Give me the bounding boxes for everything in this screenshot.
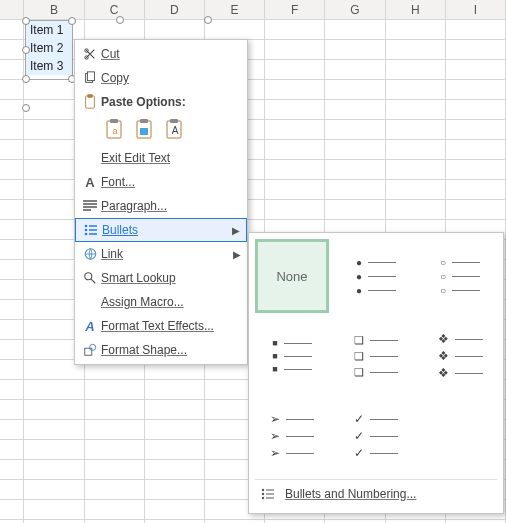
- cell[interactable]: [0, 340, 24, 360]
- cell[interactable]: [386, 160, 446, 180]
- resize-handle[interactable]: [116, 16, 124, 24]
- bullet-option-arrow[interactable]: ➢ ➢ ➢: [255, 399, 329, 473]
- resize-handle[interactable]: [22, 17, 30, 25]
- col-header[interactable]: B: [24, 0, 84, 20]
- paste-option-text-only[interactable]: A: [163, 116, 187, 142]
- menu-font[interactable]: A Font...: [75, 170, 247, 194]
- cell[interactable]: [85, 480, 145, 500]
- cell[interactable]: [145, 500, 205, 520]
- cell[interactable]: [0, 160, 24, 180]
- cell[interactable]: [265, 160, 325, 180]
- cell[interactable]: [24, 480, 84, 500]
- bullet-option-filled-round[interactable]: ● ● ●: [339, 239, 413, 313]
- cell[interactable]: [24, 500, 84, 520]
- cell[interactable]: [265, 80, 325, 100]
- cell[interactable]: [325, 160, 385, 180]
- cell[interactable]: [446, 20, 506, 40]
- cell[interactable]: [0, 300, 24, 320]
- cell[interactable]: [386, 40, 446, 60]
- cell[interactable]: [0, 360, 24, 380]
- cell[interactable]: [386, 20, 446, 40]
- cell[interactable]: [325, 40, 385, 60]
- cell[interactable]: [0, 40, 24, 60]
- resize-handle[interactable]: [22, 46, 30, 54]
- cell[interactable]: [0, 180, 24, 200]
- col-header[interactable]: E: [205, 0, 265, 20]
- paste-option-picture[interactable]: [133, 116, 157, 142]
- col-header[interactable]: H: [386, 0, 446, 20]
- cell[interactable]: [386, 140, 446, 160]
- cell[interactable]: [0, 500, 24, 520]
- cell[interactable]: [386, 120, 446, 140]
- cell[interactable]: [0, 280, 24, 300]
- cell[interactable]: [145, 440, 205, 460]
- menu-exit-edit-text[interactable]: Exit Edit Text: [75, 146, 247, 170]
- col-header[interactable]: D: [145, 0, 205, 20]
- menu-copy[interactable]: Copy: [75, 66, 247, 90]
- col-header[interactable]: I: [446, 0, 506, 20]
- bullet-option-star[interactable]: ❖ ❖ ❖: [423, 319, 497, 393]
- bullet-option-filled-square[interactable]: ■ ■ ■: [255, 319, 329, 393]
- cell[interactable]: [85, 500, 145, 520]
- cell[interactable]: [0, 420, 24, 440]
- cell[interactable]: [446, 80, 506, 100]
- cell[interactable]: [265, 100, 325, 120]
- menu-smart-lookup[interactable]: Smart Lookup: [75, 266, 247, 290]
- cell[interactable]: [446, 120, 506, 140]
- cell[interactable]: [386, 60, 446, 80]
- menu-paragraph[interactable]: Paragraph...: [75, 194, 247, 218]
- cell[interactable]: [325, 20, 385, 40]
- resize-handle[interactable]: [22, 75, 30, 83]
- bullet-option-none[interactable]: None: [255, 239, 329, 313]
- cell[interactable]: [386, 200, 446, 220]
- cell[interactable]: [24, 460, 84, 480]
- cell[interactable]: [446, 180, 506, 200]
- cell[interactable]: [446, 200, 506, 220]
- cell[interactable]: [85, 460, 145, 480]
- cell[interactable]: [24, 420, 84, 440]
- resize-handle[interactable]: [22, 104, 30, 112]
- cell[interactable]: [446, 140, 506, 160]
- cell[interactable]: [386, 180, 446, 200]
- cell[interactable]: [265, 120, 325, 140]
- bullet-option-hollow-square[interactable]: ❏ ❏ ❏: [339, 319, 413, 393]
- cell[interactable]: [85, 20, 145, 40]
- bullet-option-checkmark[interactable]: ✓ ✓ ✓: [339, 399, 413, 473]
- cell[interactable]: [0, 120, 24, 140]
- cell[interactable]: [205, 20, 265, 40]
- cell[interactable]: [0, 260, 24, 280]
- menu-format-shape[interactable]: Format Shape...: [75, 338, 247, 362]
- cell[interactable]: [0, 140, 24, 160]
- cell[interactable]: [0, 480, 24, 500]
- menu-assign-macro[interactable]: Assign Macro...: [75, 290, 247, 314]
- cell[interactable]: [265, 200, 325, 220]
- cell[interactable]: [85, 400, 145, 420]
- cell[interactable]: [386, 80, 446, 100]
- cell[interactable]: [325, 60, 385, 80]
- cell[interactable]: [145, 480, 205, 500]
- cell[interactable]: [145, 460, 205, 480]
- cell[interactable]: [0, 320, 24, 340]
- cell[interactable]: [0, 80, 24, 100]
- cell[interactable]: [265, 180, 325, 200]
- cell[interactable]: [0, 100, 24, 120]
- cell[interactable]: [85, 420, 145, 440]
- menu-format-text-effects[interactable]: A Format Text Effects...: [75, 314, 247, 338]
- menu-link[interactable]: Link ▶: [75, 242, 247, 266]
- cell[interactable]: [0, 400, 24, 420]
- cell[interactable]: [325, 120, 385, 140]
- cell[interactable]: [446, 160, 506, 180]
- cell[interactable]: [446, 40, 506, 60]
- cell[interactable]: [325, 100, 385, 120]
- col-header[interactable]: C: [85, 0, 145, 20]
- bullet-option-hollow-round[interactable]: ○ ○ ○: [423, 239, 497, 313]
- bullets-and-numbering-link[interactable]: Bullets and Numbering...: [255, 479, 497, 507]
- cell[interactable]: [325, 180, 385, 200]
- cell[interactable]: [145, 20, 205, 40]
- cell[interactable]: [0, 240, 24, 260]
- cell[interactable]: [265, 60, 325, 80]
- cell[interactable]: [0, 380, 24, 400]
- cell[interactable]: [85, 380, 145, 400]
- cell[interactable]: [0, 220, 24, 240]
- cell[interactable]: [24, 380, 84, 400]
